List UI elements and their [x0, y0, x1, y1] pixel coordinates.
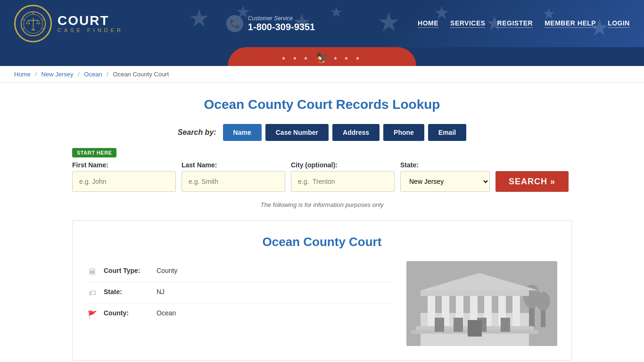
- breadcrumb-sep-1: /: [35, 71, 37, 78]
- svg-rect-9: [31, 29, 34, 30]
- svg-rect-23: [421, 290, 529, 296]
- page-title: Ocean County Court Records Lookup: [72, 97, 572, 112]
- search-by-label: Search by:: [178, 128, 216, 137]
- svg-rect-27: [435, 318, 444, 332]
- star-row-left: ★ ★ ★: [281, 56, 311, 61]
- first-name-label: First Name:: [72, 161, 176, 169]
- phone-area: 📞 Customer Service 1-800-309-9351: [226, 15, 315, 33]
- city-label: City (optional):: [291, 161, 395, 169]
- nav-home[interactable]: HOME: [418, 19, 438, 28]
- county-label: County:: [104, 309, 151, 317]
- logo-badge: ★ ★ ★ ★ ★: [14, 5, 52, 42]
- first-name-input[interactable]: [72, 171, 176, 192]
- breadcrumb-sep-2: /: [78, 71, 80, 78]
- state-row: 🏷 State: NJ: [87, 282, 392, 304]
- star-row-right: ★ ★ ★: [333, 56, 363, 61]
- tab-name[interactable]: Name: [223, 124, 262, 141]
- state-icon: 🏷: [87, 289, 98, 297]
- svg-text:★: ★: [32, 11, 34, 15]
- customer-service-label: Customer Service: [248, 15, 315, 22]
- city-group: City (optional):: [291, 161, 395, 192]
- county-icon: 🚩: [87, 310, 98, 319]
- search-button[interactable]: SEARCH »: [495, 171, 569, 192]
- start-here-badge: START HERE: [72, 148, 116, 157]
- court-card-title: Ocean County Court: [87, 235, 557, 249]
- phone-number: 1-800-309-9351: [248, 22, 315, 33]
- breadcrumb-current: Ocean County Court: [113, 71, 169, 78]
- court-info-grid: 🏛 Court Type: County 🏷 State: NJ 🚩 Count…: [87, 261, 557, 346]
- eagle-area: ★ ★ ★ 🦅 ★ ★ ★: [281, 52, 363, 66]
- search-form: First Name: Last Name: City (optional): …: [72, 161, 572, 192]
- tab-case-number[interactable]: Case Number: [265, 124, 329, 141]
- state-select[interactable]: New Jersey Alabama Alaska Arizona Califo…: [400, 171, 490, 192]
- logo-case-finder-text: CASE FINDER: [58, 27, 124, 33]
- nav-login[interactable]: LOGIN: [608, 19, 630, 28]
- court-building-image: [406, 261, 557, 346]
- logo-area: ★ ★ ★ ★ ★ COURT CASE FINDER: [14, 5, 124, 42]
- eagle-icon: 🦅: [316, 52, 329, 64]
- court-type-value: County: [157, 267, 177, 274]
- svg-rect-30: [501, 318, 510, 332]
- main-content: Ocean County Court Records Lookup Search…: [63, 83, 581, 362]
- breadcrumb-sep-3: /: [107, 71, 108, 78]
- court-type-icon: 🏛: [87, 268, 98, 276]
- state-label-row: State:: [104, 288, 151, 296]
- last-name-label: Last Name:: [182, 161, 285, 169]
- phone-icon: 📞: [226, 15, 243, 32]
- tab-phone[interactable]: Phone: [383, 124, 424, 141]
- court-card: Ocean County Court 🏛 Court Type: County …: [72, 220, 572, 361]
- court-type-label: Court Type:: [104, 267, 151, 274]
- svg-rect-16: [428, 294, 435, 327]
- last-name-group: Last Name:: [182, 161, 285, 192]
- breadcrumb-ocean[interactable]: Ocean: [84, 71, 102, 78]
- main-nav: HOME SERVICES REGISTER MEMBER HELP LOGIN: [418, 19, 630, 28]
- first-name-group: First Name:: [72, 161, 176, 192]
- last-name-input[interactable]: [182, 171, 285, 192]
- breadcrumb-new-jersey[interactable]: New Jersey: [41, 71, 74, 78]
- county-row: 🚩 County: Ocean: [87, 304, 392, 325]
- nav-register[interactable]: REGISTER: [497, 19, 533, 28]
- nav-services[interactable]: SERVICES: [450, 19, 486, 28]
- court-type-row: 🏛 Court Type: County: [87, 261, 392, 282]
- disclaimer-text: The following is for information purpose…: [72, 201, 572, 208]
- svg-point-14: [536, 292, 550, 311]
- tab-address[interactable]: Address: [332, 124, 380, 141]
- state-group: State: New Jersey Alabama Alaska Arizona…: [400, 161, 490, 192]
- city-input[interactable]: [291, 171, 395, 192]
- county-value: Ocean: [157, 309, 176, 317]
- svg-rect-31: [468, 320, 482, 337]
- breadcrumb-home[interactable]: Home: [14, 71, 31, 78]
- logo-court-text: COURT: [58, 14, 124, 27]
- svg-rect-22: [512, 294, 520, 327]
- court-info-table: 🏛 Court Type: County 🏷 State: NJ 🚩 Count…: [87, 261, 392, 346]
- state-label: State:: [400, 161, 490, 169]
- tab-email[interactable]: Email: [428, 124, 466, 141]
- breadcrumb: Home / New Jersey / Ocean / Ocean County…: [0, 66, 644, 83]
- search-by-row: Search by: Name Case Number Address Phon…: [72, 124, 572, 141]
- nav-member-help[interactable]: MEMBER HELP: [545, 19, 596, 28]
- svg-rect-28: [454, 318, 463, 332]
- state-value: NJ: [157, 288, 165, 296]
